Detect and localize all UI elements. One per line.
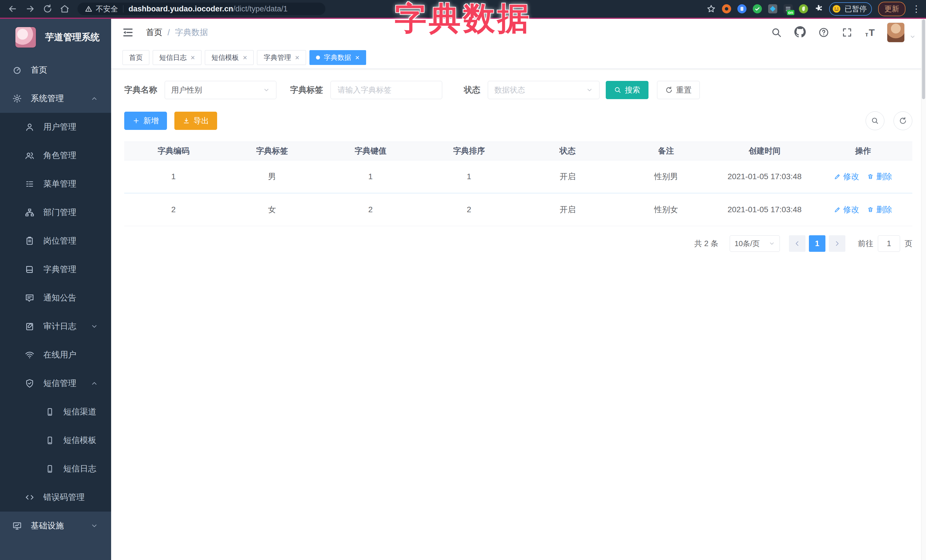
page-size-select[interactable]: 10条/页 <box>730 235 780 252</box>
fullscreen-icon[interactable] <box>842 27 852 38</box>
extension-on-icon[interactable]: on <box>784 4 793 14</box>
add-button[interactable]: 新增 <box>124 112 167 130</box>
close-icon[interactable]: × <box>191 54 195 61</box>
tab-sms-log[interactable]: 短信日志× <box>153 50 201 65</box>
refresh-icon <box>899 117 907 125</box>
avatar-caret-icon[interactable] <box>909 33 916 40</box>
bookmark-star-icon[interactable] <box>707 4 716 14</box>
paused-label: 已暂停 <box>844 4 867 14</box>
delete-link[interactable]: 删除 <box>867 204 892 215</box>
toggle-search-button[interactable] <box>865 112 884 130</box>
sidebar-item-departments[interactable]: 部门管理 <box>0 198 111 227</box>
font-size-icon[interactable]: тT <box>865 27 875 38</box>
close-icon[interactable]: × <box>295 54 299 61</box>
status-select[interactable]: 数据状态 <box>488 81 599 99</box>
sidebar-item-menus[interactable]: 菜单管理 <box>0 170 111 198</box>
profile-paused-badge[interactable]: 已暂停 <box>829 2 872 16</box>
close-icon[interactable]: × <box>355 54 360 61</box>
sidebar-item-users[interactable]: 用户管理 <box>0 113 111 141</box>
export-button[interactable]: 导出 <box>174 112 217 130</box>
search-icon <box>614 86 622 94</box>
avatar[interactable] <box>887 23 904 42</box>
chevron-up-icon <box>91 95 98 102</box>
page-size-value: 10条/页 <box>735 239 760 249</box>
cell-code: 1 <box>124 172 223 181</box>
breadcrumb-current: 字典数据 <box>175 27 208 38</box>
tab-label: 短信模板 <box>212 53 239 62</box>
monitor-icon <box>12 521 22 530</box>
delete-link[interactable]: 删除 <box>867 171 892 182</box>
chevron-down-icon <box>263 87 270 94</box>
logo-title: 芋道管理系统 <box>45 31 100 44</box>
sidebar-toggle-icon[interactable] <box>122 27 134 38</box>
extension-green-check-icon[interactable] <box>753 4 762 14</box>
tab-dict-manage[interactable]: 字典管理× <box>257 50 306 65</box>
sidebar-item-system[interactable]: 系统管理 <box>0 84 111 113</box>
sidebar-item-posts[interactable]: 岗位管理 <box>0 227 111 255</box>
search-button[interactable]: 搜索 <box>606 81 649 99</box>
back-icon[interactable] <box>8 4 18 14</box>
tab-sms-template[interactable]: 短信模板× <box>205 50 254 65</box>
clipboard-edit-icon <box>25 322 34 331</box>
prev-page-button[interactable] <box>789 235 805 252</box>
sidebar-item-notice[interactable]: 通知公告 <box>0 284 111 312</box>
browser-menu-icon[interactable]: ⋮ <box>912 3 921 14</box>
reload-icon[interactable] <box>43 4 53 14</box>
next-page-button[interactable] <box>829 235 845 252</box>
forward-icon[interactable] <box>25 4 35 14</box>
sidebar-item-dict[interactable]: 字典管理 <box>0 255 111 284</box>
search-icon[interactable] <box>771 27 782 38</box>
sidebar-item-label: 审计日志 <box>43 321 76 332</box>
github-icon[interactable] <box>794 26 806 39</box>
dict-name-select[interactable]: 用户性别 <box>165 81 276 99</box>
extension-diamond-icon[interactable] <box>768 4 777 14</box>
refresh-table-button[interactable] <box>894 112 912 130</box>
table-row: 2 女 2 2 开启 性别女 2021-01-05 17:03:48 修改 删除 <box>124 193 912 226</box>
cell-label: 男 <box>223 171 321 182</box>
badge-icon <box>25 236 34 246</box>
edit-link[interactable]: 修改 <box>834 204 859 215</box>
sidebar-item-infrastructure[interactable]: 基础设施 <box>0 512 111 540</box>
sidebar-item-audit-log[interactable]: 审计日志 <box>0 312 111 341</box>
extension-on-badge: on <box>787 10 794 15</box>
table-toolbar: 新增 导出 <box>124 112 912 130</box>
dict-tag-input[interactable] <box>337 86 436 95</box>
dashboard-icon <box>12 65 22 75</box>
sidebar-logo[interactable]: 芋道管理系统 <box>0 19 111 56</box>
pencil-icon <box>834 206 841 213</box>
column-header: 状态 <box>518 146 617 156</box>
phone-icon <box>45 436 54 445</box>
home-icon[interactable] <box>60 4 70 14</box>
reset-button[interactable]: 重置 <box>657 81 700 99</box>
tab-dict-data[interactable]: 字典数据× <box>309 50 366 65</box>
page-scrollbar[interactable] <box>921 19 926 560</box>
sidebar-item-error-code[interactable]: 错误码管理 <box>0 483 111 512</box>
cell-label: 女 <box>223 204 321 215</box>
scrollbar-thumb[interactable] <box>922 20 925 99</box>
breadcrumb-home[interactable]: 首页 <box>146 27 162 38</box>
sidebar-item-label: 通知公告 <box>43 292 76 303</box>
page-number-button[interactable]: 1 <box>809 235 825 252</box>
sidebar-item-sms-log[interactable]: 短信日志 <box>0 454 111 483</box>
extension-orange-icon[interactable] <box>722 4 731 14</box>
sidebar-item-sms[interactable]: 短信管理 <box>0 369 111 398</box>
sidebar-item-roles[interactable]: 角色管理 <box>0 141 111 170</box>
search-icon <box>871 117 879 125</box>
users-icon <box>25 151 34 160</box>
cell-value: 2 <box>321 205 420 214</box>
sidebar-item-home[interactable]: 首页 <box>0 56 111 84</box>
edit-link[interactable]: 修改 <box>834 171 859 182</box>
url-bar[interactable]: 不安全 dashboard.yudao.iocoder.cn /dict/typ… <box>77 3 325 15</box>
sidebar-item-online-users[interactable]: 在线用户 <box>0 341 111 369</box>
sidebar-item-sms-channel[interactable]: 短信渠道 <box>0 398 111 426</box>
close-icon[interactable]: × <box>243 54 247 61</box>
extension-leaf-icon[interactable] <box>799 4 808 14</box>
tab-home[interactable]: 首页 <box>123 50 149 65</box>
pagination: 共 2 条 10条/页 1 前往 页 <box>124 235 912 252</box>
browser-update-button[interactable]: 更新 <box>878 2 905 16</box>
sidebar-item-sms-template[interactable]: 短信模板 <box>0 426 111 454</box>
goto-page-input[interactable] <box>878 235 900 252</box>
extension-blue-icon[interactable] <box>737 4 746 14</box>
help-icon[interactable] <box>818 27 829 38</box>
extensions-puzzle-icon[interactable] <box>814 4 823 14</box>
